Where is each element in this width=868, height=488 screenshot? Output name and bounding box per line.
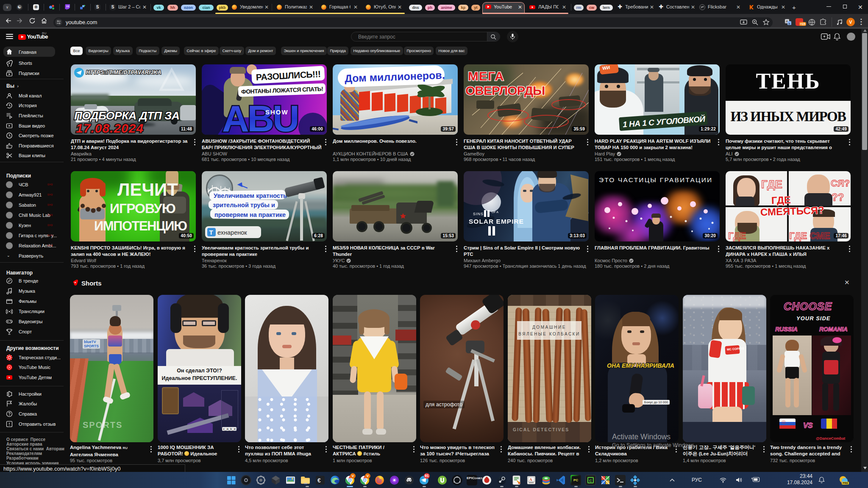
svg-text:зрительной трубы и: зрительной трубы и	[213, 202, 275, 208]
svg-text:SINS: SINS	[473, 212, 484, 216]
svg-text:ехнаренок: ехнаренок	[217, 229, 247, 236]
svg-text:ПОДБОРКА ДТП ЗА: ПОДБОРКА ДТП ЗА	[74, 109, 179, 122]
svg-text:SOLAR EMPIRE: SOLAR EMPIRE	[469, 218, 524, 225]
svg-text:ROMANIA: ROMANIA	[819, 326, 848, 333]
svg-text:ГДЕ: ГДЕ	[761, 178, 782, 191]
svg-text:СЯ?: СЯ?	[831, 178, 850, 189]
svg-text:ЭТО ЧАСТИЦЫ ГРАВИТАЦИИ: ЭТО ЧАСТИЦЫ ГРАВИТАЦИИ	[599, 176, 712, 183]
svg-text:СМЕЯТЬСЯ?: СМЕЯТЬСЯ?	[760, 204, 824, 218]
svg-text:ОВЕРЛОРДЫ: ОВЕРЛОРДЫ	[465, 83, 545, 97]
svg-text:OF A: OF A	[492, 211, 498, 214]
svg-text:@DanceCombat: @DanceCombat	[816, 436, 845, 441]
svg-text:Увеличиваем кратность: Увеличиваем кратность	[214, 192, 287, 199]
svg-text:RUSSIA: RUSSIA	[775, 326, 798, 333]
svg-text:ИГРОВУЮ: ИГРОВУЮ	[110, 201, 175, 216]
svg-text:A: A	[529, 477, 532, 482]
svg-text:ОНА ЕМУ НАЯРИВАЛА: ОНА ЕМУ НАЯРИВАЛА	[607, 362, 674, 369]
svg-text:YOUR SIDE: YOUR SIDE	[796, 315, 831, 322]
svg-text:SHOW: SHOW	[265, 108, 289, 116]
svg-text:HTTPS://T.ME/DTPAVARIJKA: HTTPS://T.ME/DTPAVARIJKA	[86, 69, 161, 75]
svg-text:Т: Т	[209, 229, 213, 236]
svg-text:VS: VS	[803, 421, 813, 430]
svg-text:€: €	[317, 477, 321, 484]
svg-text:ЛЕЧИТ: ЛЕЧИТ	[117, 180, 178, 200]
svg-text:??: ??	[832, 191, 844, 203]
svg-text:ГДЕ: ГДЕ	[728, 230, 746, 241]
svg-text:17.08.2024: 17.08.2024	[76, 121, 144, 135]
svg-text:CHOOSE: CHOOSE	[784, 300, 832, 312]
svg-text:проверяем на практике: проверяем на практике	[214, 211, 286, 218]
svg-text:ГДЕ СМЕ: ГДЕ СМЕ	[789, 230, 830, 241]
svg-text:ГДЕ: ГДЕ	[771, 194, 791, 206]
svg-text:ABU: ABU	[222, 97, 298, 135]
svg-text:МЕГА: МЕГА	[468, 69, 504, 83]
svg-text:ИМПОТЕНЦИЮ: ИМПОТЕНЦИЮ	[94, 219, 187, 233]
